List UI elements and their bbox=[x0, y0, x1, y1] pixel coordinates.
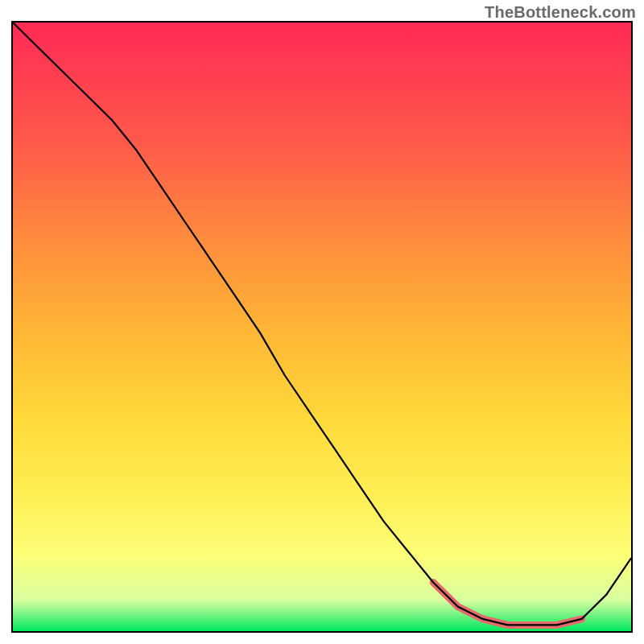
bottleneck-curve bbox=[13, 23, 631, 625]
watermark-text: TheBottleneck.com bbox=[485, 3, 636, 22]
chart-stage: TheBottleneck.com bbox=[0, 0, 644, 644]
curve-layer bbox=[13, 23, 631, 631]
plot-area bbox=[11, 21, 633, 633]
